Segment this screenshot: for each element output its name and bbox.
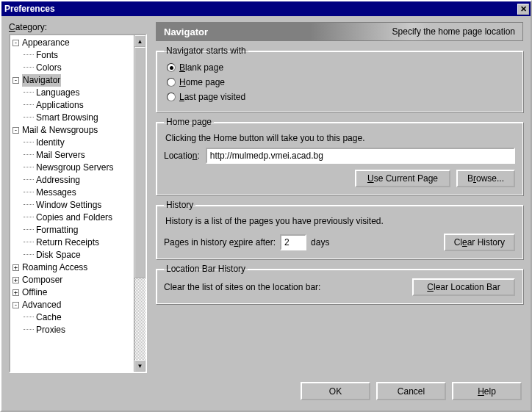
- preferences-dialog: Preferences ✕ Category: -AppearanceFonts…: [0, 0, 532, 412]
- tree-child-item[interactable]: Identity: [10, 137, 145, 149]
- tree-parent-item[interactable]: +Composer: [10, 274, 145, 286]
- browse-button[interactable]: Browse...: [456, 170, 515, 187]
- scrollbar[interactable]: ▲ ▼: [134, 35, 145, 372]
- tree-item-label: Colors: [36, 62, 62, 74]
- tree-parent-item[interactable]: -Mail & Newsgroups: [10, 124, 145, 137]
- tree-parent-item[interactable]: -Advanced: [10, 299, 145, 311]
- tree-child-item[interactable]: Return Receipts: [10, 236, 145, 249]
- close-button[interactable]: ✕: [517, 4, 529, 15]
- tree-item-label: Addressing: [36, 174, 80, 187]
- panel-description: Specify the home page location: [392, 26, 515, 37]
- tree-connector: [24, 329, 34, 330]
- collapse-icon[interactable]: -: [12, 40, 19, 46]
- locbar-legend: Location Bar History: [164, 264, 248, 274]
- tree-item-label: Formatting: [36, 224, 78, 236]
- home-page-group: Home page Clicking the Home button will …: [156, 117, 523, 195]
- radio-label: Home page: [179, 76, 225, 89]
- tree-item-label: Fonts: [36, 49, 58, 62]
- expire-days-input[interactable]: [280, 234, 306, 250]
- location-label: Location:: [164, 151, 200, 161]
- radio-icon[interactable]: [167, 93, 176, 101]
- location-input[interactable]: [206, 148, 515, 164]
- home-page-desc: Clicking the Home button will take you t…: [164, 131, 515, 148]
- ok-button[interactable]: OK: [301, 382, 370, 400]
- tree-parent-item[interactable]: +Roaming Access: [10, 261, 145, 274]
- tree-item-label: Newsgroup Servers: [36, 162, 113, 174]
- expand-icon[interactable]: +: [12, 277, 19, 283]
- radio-option[interactable]: Last page visited: [164, 90, 515, 104]
- tree-item-label: Mail & Newsgroups: [22, 124, 98, 137]
- tree-child-item[interactable]: Mail Servers: [10, 149, 145, 162]
- tree-child-item[interactable]: Formatting: [10, 224, 145, 236]
- tree-child-item[interactable]: Messages: [10, 187, 145, 199]
- help-button[interactable]: Help: [452, 382, 522, 400]
- navigator-starts-with-group: Navigator starts with Blank pageHome pag…: [156, 46, 523, 112]
- tree-connector: [24, 142, 34, 142]
- radio-dot-icon: [170, 66, 173, 70]
- radio-icon[interactable]: [167, 78, 176, 87]
- tree-child-item[interactable]: Window Settings: [10, 199, 145, 212]
- tree-parent-item[interactable]: +Offline: [10, 286, 145, 299]
- collapse-icon[interactable]: -: [12, 127, 19, 134]
- use-current-page-button[interactable]: Use Current Page: [355, 170, 450, 187]
- clear-location-bar-button[interactable]: Clear Location Bar: [412, 278, 515, 296]
- home-page-legend: Home page: [164, 117, 214, 127]
- category-tree[interactable]: -AppearanceFontsColors-NavigatorLanguage…: [10, 35, 145, 372]
- locbar-row: Clear the list of sites on the location …: [164, 278, 515, 296]
- dialog-content: Category: -AppearanceFontsColors-Navigat…: [1, 16, 531, 373]
- tree-item-label: Applications: [36, 99, 84, 112]
- tree-connector: [24, 217, 34, 217]
- tree-item-label: Messages: [36, 187, 76, 199]
- history-expire-row: Pages in history expire after: days Clea…: [164, 234, 515, 251]
- collapse-icon[interactable]: -: [12, 302, 19, 308]
- scroll-thumb[interactable]: [134, 47, 145, 278]
- dialog-footer: OK Cancel Help: [1, 373, 531, 411]
- tree-item-label: Composer: [22, 274, 62, 286]
- category-tree-container: -AppearanceFontsColors-NavigatorLanguage…: [9, 34, 147, 373]
- tree-child-item[interactable]: Applications: [10, 99, 145, 112]
- expand-icon[interactable]: +: [12, 289, 19, 296]
- scroll-down-button[interactable]: ▼: [134, 360, 145, 372]
- clear-history-button[interactable]: Clear History: [444, 234, 515, 251]
- tree-connector: [24, 229, 34, 230]
- tree-child-item[interactable]: Smart Browsing: [10, 112, 145, 124]
- radio-icon[interactable]: [167, 63, 176, 72]
- tree-item-label: Smart Browsing: [36, 112, 98, 124]
- tree-connector: [24, 254, 34, 255]
- tree-parent-item[interactable]: -Navigator: [10, 74, 145, 87]
- tree-child-item[interactable]: Colors: [10, 62, 145, 74]
- scroll-up-button[interactable]: ▲: [134, 35, 145, 47]
- panel-title: Navigator: [164, 26, 208, 37]
- radio-label: Last page visited: [179, 90, 245, 104]
- tree-item-label: Copies and Folders: [36, 212, 112, 224]
- tree-child-item[interactable]: Disk Space: [10, 249, 145, 261]
- location-row: Location:: [164, 148, 515, 164]
- panel-header: Navigator Specify the home page location: [156, 22, 523, 41]
- radio-option[interactable]: Home page: [164, 75, 515, 90]
- tree-item-label: Window Settings: [36, 199, 101, 212]
- tree-connector: [24, 317, 34, 317]
- days-label: days: [311, 237, 329, 247]
- tree-connector: [24, 179, 34, 180]
- home-page-buttons: Use Current Page Browse...: [164, 170, 515, 187]
- radio-option[interactable]: Blank page: [164, 60, 515, 75]
- tree-child-item[interactable]: Languages: [10, 87, 145, 99]
- scroll-track[interactable]: [134, 47, 145, 360]
- tree-child-item[interactable]: Addressing: [10, 174, 145, 187]
- titlebar: Preferences ✕: [1, 1, 531, 16]
- settings-panel: Navigator Specify the home page location…: [156, 22, 523, 373]
- close-icon: ✕: [520, 4, 527, 14]
- expand-icon[interactable]: +: [12, 264, 19, 271]
- tree-child-item[interactable]: Proxies: [10, 324, 145, 336]
- tree-item-label: Navigator: [22, 74, 61, 87]
- collapse-icon[interactable]: -: [12, 77, 19, 84]
- starts-with-legend: Navigator starts with: [164, 46, 248, 56]
- tree-child-item[interactable]: Cache: [10, 311, 145, 324]
- tree-child-item[interactable]: Copies and Folders: [10, 212, 145, 224]
- tree-child-item[interactable]: Newsgroup Servers: [10, 162, 145, 174]
- history-legend: History: [164, 200, 195, 210]
- tree-item-label: Mail Servers: [36, 149, 85, 162]
- tree-parent-item[interactable]: -Appearance: [10, 37, 145, 49]
- tree-child-item[interactable]: Fonts: [10, 49, 145, 62]
- cancel-button[interactable]: Cancel: [376, 382, 446, 400]
